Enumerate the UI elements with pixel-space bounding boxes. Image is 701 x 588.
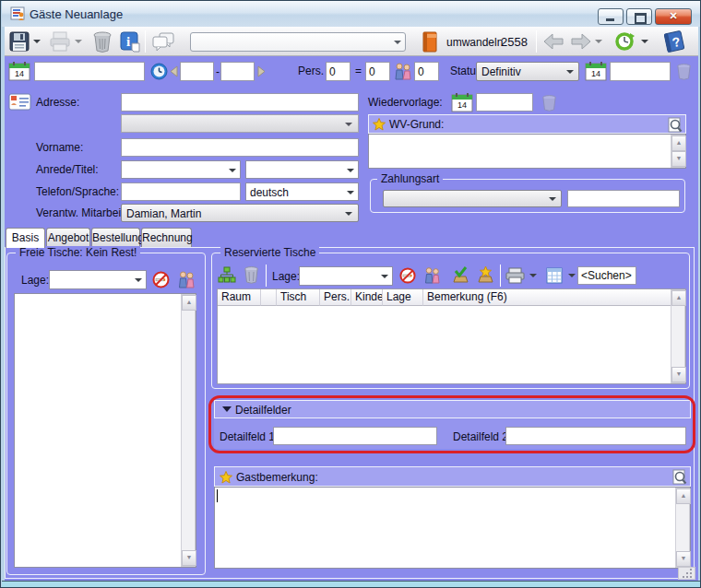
- col-kinder[interactable]: Kinder: [351, 289, 383, 306]
- reservierte-children-icon[interactable]: [423, 266, 441, 285]
- confirm-table-icon[interactable]: [452, 265, 469, 284]
- history-dropdown-arrow[interactable]: [641, 40, 648, 43]
- wiedervorlage-date-picker[interactable]: 14: [451, 93, 473, 112]
- forward-button[interactable]: [571, 33, 591, 50]
- scroll-up-icon[interactable]: ▲: [676, 488, 691, 504]
- col-raum[interactable]: Raum: [218, 289, 261, 306]
- adresse-field[interactable]: [121, 93, 359, 112]
- wv-grund-scrollbar[interactable]: ▲ ▼: [671, 135, 685, 168]
- tab-angebot[interactable]: Angebot: [46, 228, 90, 247]
- scroll-up-icon[interactable]: ▲: [671, 135, 686, 151]
- wv-grund-zoom-icon[interactable]: [668, 117, 683, 133]
- wv-grund-textarea[interactable]: ▲ ▼: [368, 134, 686, 169]
- address-card-icon[interactable]: [8, 93, 31, 111]
- grid-view-dropdown-arrow[interactable]: [568, 274, 576, 277]
- status-select[interactable]: Definitiv: [476, 62, 579, 81]
- umwandeln-label[interactable]: umwandeln: [446, 36, 503, 49]
- zahlungsart-field[interactable]: [567, 190, 680, 207]
- anrede-label: Anrede/Titel:: [36, 163, 99, 176]
- minimize-button[interactable]: [598, 8, 624, 25]
- assign-table-icon[interactable]: [218, 266, 236, 284]
- time-prev-arrow[interactable]: [170, 65, 178, 77]
- freie-children-icon[interactable]: [177, 270, 196, 289]
- col-lage[interactable]: Lage: [383, 289, 423, 306]
- resize-grip[interactable]: [678, 567, 695, 580]
- scroll-up-icon[interactable]: ▲: [671, 290, 686, 306]
- star-icon: [220, 471, 232, 484]
- reservierte-tische-table[interactable]: Raum Tisch Pers. Kinder Lage Bemerkung (…: [217, 288, 686, 384]
- remove-table-button[interactable]: [243, 265, 260, 284]
- table-search-field[interactable]: [577, 266, 636, 285]
- sprache-select[interactable]: deutsch: [245, 182, 359, 201]
- tab-basis[interactable]: Basis: [6, 228, 45, 248]
- children-icon: [393, 62, 413, 81]
- print-dropdown-arrow[interactable]: [75, 40, 82, 43]
- info-button[interactable]: i: [119, 30, 141, 53]
- print-button[interactable]: [49, 31, 71, 52]
- titlebar[interactable]: Gäste Neuanlage: [2, 1, 701, 27]
- gastbemerkung-scrollbar[interactable]: ▲ ▼: [675, 488, 690, 568]
- anrede-select[interactable]: [121, 160, 241, 179]
- grid-view-button[interactable]: [546, 267, 563, 284]
- help-button[interactable]: ?: [661, 29, 687, 53]
- scroll-down-icon[interactable]: ▼: [676, 551, 691, 567]
- adults-field[interactable]: [365, 62, 390, 81]
- back-button[interactable]: [543, 33, 564, 50]
- col-pers[interactable]: Pers.: [320, 289, 351, 306]
- vorname-field[interactable]: [121, 138, 359, 157]
- adresse-select[interactable]: [121, 114, 359, 133]
- time-next-arrow[interactable]: [257, 65, 266, 77]
- save-dropdown-arrow[interactable]: [33, 40, 41, 43]
- clear-wiedervorlage-button[interactable]: [541, 94, 558, 112]
- reservierte-lage-select[interactable]: [299, 266, 393, 286]
- zahlungsart-select[interactable]: [383, 190, 562, 207]
- toolbar-search-combo[interactable]: [190, 32, 406, 52]
- col-icon[interactable]: [261, 289, 277, 306]
- freie-tische-list[interactable]: ▲ ▼: [14, 293, 196, 568]
- no-smoking-icon[interactable]: [152, 271, 170, 288]
- pers-field[interactable]: [326, 62, 350, 81]
- freie-tische-scrollbar[interactable]: ▲ ▼: [181, 294, 196, 567]
- kinder-field[interactable]: [414, 62, 439, 81]
- telefon-field[interactable]: [121, 182, 241, 201]
- print-list-button[interactable]: [505, 267, 525, 284]
- time-separator: -: [216, 65, 220, 78]
- freie-lage-select[interactable]: [49, 270, 147, 289]
- date-field[interactable]: [34, 62, 145, 81]
- umwandeln-book-icon[interactable]: [422, 31, 438, 53]
- tab-rechnung[interactable]: Rechnung: [141, 228, 192, 247]
- no-smoking-icon[interactable]: [399, 267, 416, 284]
- scroll-down-icon[interactable]: ▼: [671, 151, 686, 167]
- time-from-field[interactable]: [180, 62, 214, 81]
- col-bemerkung[interactable]: Bemerkung (F6): [423, 289, 671, 306]
- scroll-down-icon[interactable]: ▼: [671, 367, 686, 382]
- history-button[interactable]: [613, 30, 636, 53]
- clear-status-date-button[interactable]: [675, 63, 693, 80]
- vorname-label: Vorname:: [36, 141, 83, 154]
- save-button[interactable]: [8, 30, 30, 53]
- favorite-table-icon[interactable]: [477, 265, 494, 284]
- status-date-field[interactable]: [610, 62, 671, 81]
- table-scrollbar[interactable]: ▲ ▼: [671, 289, 685, 383]
- print-list-dropdown-arrow[interactable]: [529, 274, 537, 277]
- scroll-up-icon[interactable]: ▲: [182, 295, 196, 311]
- time-clock-icon[interactable]: [150, 63, 168, 80]
- delete-button[interactable]: [91, 30, 113, 53]
- titel-select[interactable]: [245, 160, 359, 179]
- tab-bestellung[interactable]: Bestellung: [91, 228, 140, 247]
- status-date-picker-button[interactable]: 14: [585, 62, 607, 81]
- gastbemerkung-textarea[interactable]: ▲ ▼: [214, 487, 691, 569]
- forward-dropdown-arrow[interactable]: [595, 40, 602, 43]
- time-to-field[interactable]: [220, 62, 255, 81]
- date-picker-button[interactable]: 14: [8, 62, 30, 81]
- mitarbeiter-select[interactable]: Damian, Martin: [121, 204, 359, 222]
- maximize-button[interactable]: [626, 8, 652, 25]
- comment-button[interactable]: [151, 31, 175, 53]
- gastbemerkung-zoom-icon[interactable]: [672, 469, 687, 485]
- svg-text:14: 14: [457, 100, 467, 110]
- col-tisch[interactable]: Tisch: [277, 289, 320, 306]
- scroll-down-icon[interactable]: ▼: [182, 550, 196, 566]
- toolbar-separator: [266, 265, 267, 287]
- close-button[interactable]: ✕: [655, 8, 692, 25]
- wiedervorlage-date-field[interactable]: [476, 93, 533, 112]
